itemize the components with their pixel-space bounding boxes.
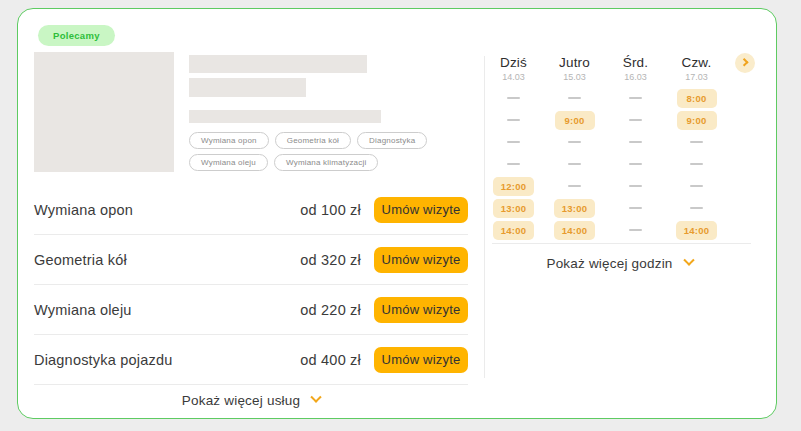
service-tag-chip[interactable]: Diagnostyka [357, 132, 427, 149]
service-price: od 400 zł [277, 352, 361, 368]
time-slot-cell [605, 87, 666, 109]
service-tags: Wymiana oponGeometria kółDiagnostykaWymi… [189, 132, 469, 171]
time-slot-cell [605, 109, 666, 131]
time-slot-cell [666, 153, 727, 175]
no-slot-dash [629, 119, 642, 121]
workshop-subtitle-placeholder [189, 78, 306, 97]
time-slot-button[interactable]: 9:00 [677, 111, 717, 130]
no-slot-dash [690, 163, 703, 165]
no-slot-dash [568, 141, 581, 143]
recommended-badge: Polecamy [38, 25, 115, 46]
service-row: Wymiana oleju od 220 zł Umów wizyte [34, 285, 468, 335]
no-slot-dash [568, 97, 581, 99]
service-row: Diagnostyka pojazdu od 400 zł Umów wizyt… [34, 335, 468, 385]
show-more-hours-label: Pokaż więcej godzin [546, 256, 672, 271]
service-name: Wymiana opon [34, 202, 277, 218]
time-slot-button[interactable]: 14:00 [676, 221, 717, 240]
service-tag-chip[interactable]: Geometria kół [275, 132, 351, 149]
time-slot-cell: 14:00 [666, 219, 727, 241]
show-more-hours-button[interactable]: Pokaż więcej godzin [488, 250, 751, 276]
no-slot-dash [690, 185, 703, 187]
calendar-day-header[interactable]: Dziś 14.03 [483, 55, 544, 82]
time-slot-cell [483, 109, 544, 131]
time-slot-cell: 9:00 [666, 109, 727, 131]
services-list: Wymiana opon od 100 zł Umów wizyte Geome… [34, 185, 468, 385]
calendar-day-date: 15.03 [544, 72, 605, 82]
calendar-next-button[interactable] [735, 53, 755, 73]
workshop-name-placeholder [189, 55, 367, 73]
service-tag-chip[interactable]: Wymiana oleju [189, 154, 268, 171]
calendar-day-header[interactable]: Jutro 15.03 [544, 55, 605, 82]
service-row: Wymiana opon od 100 zł Umów wizyte [34, 185, 468, 235]
no-slot-dash [629, 185, 642, 187]
time-slot-button[interactable]: 13:00 [554, 199, 595, 218]
book-visit-button[interactable]: Umów wizyte [374, 297, 468, 323]
calendar-day-name: Dziś [483, 55, 544, 70]
time-slot-cell [605, 131, 666, 153]
no-slot-dash [507, 141, 520, 143]
service-name: Diagnostyka pojazdu [34, 352, 277, 368]
workshop-card: Polecamy Wymiana oponGeometria kółDiagno… [17, 8, 777, 419]
time-slot-button[interactable]: 12:00 [493, 177, 534, 196]
no-slot-dash [690, 141, 703, 143]
service-name: Geometria kół [34, 252, 277, 268]
time-slot-button[interactable]: 13:00 [493, 199, 534, 218]
book-visit-button[interactable]: Umów wizyte [374, 347, 468, 373]
service-row: Geometria kół od 320 zł Umów wizyte [34, 235, 468, 285]
time-slot-cell [605, 197, 666, 219]
calendar-day-name: Czw. [666, 55, 727, 70]
calendar-day-header[interactable]: Śrd. 16.03 [605, 55, 666, 82]
time-slot-cell: 13:00 [544, 197, 605, 219]
workshop-photo-placeholder [34, 52, 174, 172]
time-slot-cell [544, 153, 605, 175]
no-slot-dash [629, 141, 642, 143]
time-slot-cell [483, 87, 544, 109]
calendar-day-date: 16.03 [605, 72, 666, 82]
time-slot-cell: 14:00 [544, 219, 605, 241]
service-tag-chip[interactable]: Wymiana opon [189, 132, 269, 149]
time-slot-button[interactable]: 8:00 [677, 89, 717, 108]
time-slot-cell: 14:00 [483, 219, 544, 241]
chevron-down-icon [683, 255, 694, 266]
time-slot-button[interactable]: 14:00 [554, 221, 595, 240]
time-slot-cell [544, 87, 605, 109]
time-slot-cell [605, 175, 666, 197]
chevron-down-icon [311, 392, 322, 403]
service-name: Wymiana oleju [34, 302, 277, 318]
workshop-address-placeholder [189, 110, 381, 123]
no-slot-dash [629, 163, 642, 165]
show-more-services-button[interactable]: Pokaż więcej usług [34, 387, 468, 413]
time-slot-cell [544, 131, 605, 153]
no-slot-dash [507, 119, 520, 121]
calendar-day-headers: Dziś 14.03 Jutro 15.03 Śrd. 16.03 Czw. 1… [483, 55, 727, 82]
time-slot-cell [483, 131, 544, 153]
time-slot-button[interactable]: 9:00 [555, 111, 595, 130]
calendar-day-header[interactable]: Czw. 17.03 [666, 55, 727, 82]
time-slot-grid: 8:00 9:00 9:00 12:00 13:00 13:00 14:00 [483, 87, 727, 241]
calendar-day-date: 14.03 [483, 72, 544, 82]
service-price: od 320 zł [277, 252, 361, 268]
calendar-day-name: Jutro [544, 55, 605, 70]
calendar-day-name: Śrd. [605, 55, 666, 70]
time-slot-cell [605, 219, 666, 241]
no-slot-dash [568, 185, 581, 187]
calendar-day-date: 17.03 [666, 72, 727, 82]
service-price: od 100 zł [277, 202, 361, 218]
calendar-divider [492, 243, 751, 244]
time-slot-cell: 9:00 [544, 109, 605, 131]
no-slot-dash [629, 207, 642, 209]
time-slot-button[interactable]: 14:00 [493, 221, 534, 240]
book-visit-button[interactable]: Umów wizyte [374, 247, 468, 273]
no-slot-dash [629, 97, 642, 99]
no-slot-dash [507, 97, 520, 99]
no-slot-dash [507, 163, 520, 165]
no-slot-dash [568, 163, 581, 165]
no-slot-dash [690, 207, 703, 209]
time-slot-cell: 8:00 [666, 87, 727, 109]
show-more-services-label: Pokaż więcej usług [182, 393, 300, 408]
service-price: od 220 zł [277, 302, 361, 318]
service-tag-chip[interactable]: Wymiana klimatyzacji [274, 154, 378, 171]
book-visit-button[interactable]: Umów wizyte [374, 197, 468, 223]
time-slot-cell [544, 175, 605, 197]
time-slot-cell [483, 153, 544, 175]
